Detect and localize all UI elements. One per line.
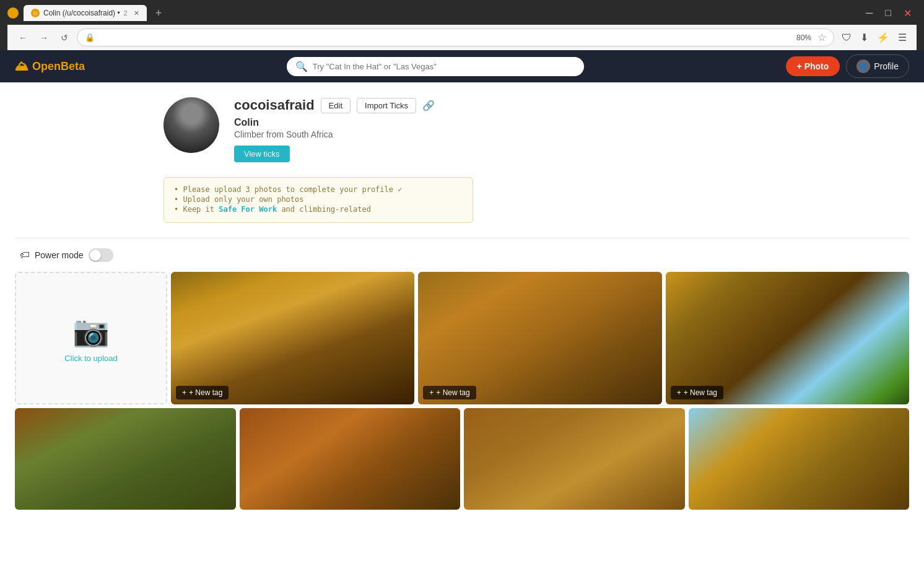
profile-bio: Climber from South Africa	[234, 129, 909, 139]
search-input[interactable]	[313, 62, 575, 71]
browser-icon	[7, 7, 19, 19]
photo-card-6[interactable]	[464, 408, 685, 510]
profile-username-row: cocoisafraid Edit Import Ticks 🔗	[234, 97, 909, 113]
plus-icon-2: +	[429, 388, 434, 397]
photo-image-5	[240, 408, 461, 510]
photo-image-2	[418, 272, 661, 404]
https-lock-icon: 🔒	[85, 33, 95, 42]
new-tag-button-1[interactable]: + + New tag	[176, 386, 229, 399]
search-icon: 🔍	[295, 61, 308, 72]
nav-right-icons: 🛡 ⬇ ⚡ ☰	[839, 29, 909, 46]
browser-chrome: O Colin (/u/cocoisafraid) • 2 ✕ + ─ □ ✕ …	[0, 0, 924, 50]
profile-username: cocoisafraid	[234, 97, 315, 113]
plus-icon-1: +	[182, 388, 186, 397]
info-line-1: • Please upload 3 photos to complete you…	[174, 185, 463, 194]
photo-upload-slot[interactable]: 📷 Click to upload	[15, 272, 167, 404]
profile-completion-info-box: • Please upload 3 photos to complete you…	[163, 177, 473, 223]
power-mode-row: 🏷 Power mode	[15, 248, 909, 262]
tag-icon: 🏷	[20, 250, 30, 261]
minimize-button[interactable]: ─	[861, 6, 878, 20]
logo-icon: ⛰	[15, 58, 28, 74]
forward-button[interactable]: →	[36, 30, 52, 45]
header-right-buttons: + Photo 👤 Profile	[786, 54, 909, 78]
avatar	[163, 97, 219, 153]
photo-card-3[interactable]: + + New tag	[666, 272, 909, 404]
new-tab-button[interactable]: +	[152, 7, 166, 20]
photo-card-4[interactable]	[15, 408, 236, 510]
page-content: cocoisafraid Edit Import Ticks 🔗 Colin C…	[0, 82, 924, 584]
profile-section: cocoisafraid Edit Import Ticks 🔗 Colin C…	[15, 97, 909, 162]
photo-image-6	[464, 408, 685, 510]
new-tag-button-3[interactable]: + + New tag	[671, 386, 723, 399]
photo-image-3	[666, 272, 909, 404]
import-ticks-button[interactable]: Import Ticks	[357, 98, 416, 113]
extensions-icon[interactable]: ⚡	[874, 29, 892, 46]
power-mode-toggle[interactable]	[89, 248, 113, 262]
browser-titlebar: O Colin (/u/cocoisafraid) • 2 ✕ + ─ □ ✕	[7, 5, 917, 21]
download-icon[interactable]: ⬇	[858, 29, 871, 46]
profile-avatar-icon: 👤	[856, 59, 870, 73]
profile-button[interactable]: 👤 Profile	[846, 54, 909, 78]
close-window-button[interactable]: ✕	[899, 6, 917, 20]
tab-close-button[interactable]: ✕	[134, 9, 139, 17]
tab-title: Colin (/u/cocoisafraid) •	[43, 9, 120, 17]
browser-tab[interactable]: O Colin (/u/cocoisafraid) • 2 ✕	[24, 5, 147, 21]
app-header: ⛰ OpenBeta 🔍 + Photo 👤 Profile	[0, 50, 924, 82]
new-tag-button-2[interactable]: + + New tag	[423, 386, 476, 399]
upload-text: Click to upload	[64, 354, 117, 363]
back-button[interactable]: ←	[15, 30, 31, 45]
power-mode-label: Power mode	[35, 250, 84, 260]
photo-card-5[interactable]	[240, 408, 461, 510]
maximize-button[interactable]: □	[880, 6, 896, 20]
tag-label-3: + New tag	[684, 388, 717, 397]
bookmark-icon[interactable]: ☆	[817, 32, 826, 43]
info-line-3: • Keep it Safe For Work and climbing-rel…	[174, 205, 463, 214]
window-controls: ─ □ ✕	[861, 6, 917, 20]
info-line-3-suffix: and climbing-related	[277, 205, 371, 214]
view-ticks-button[interactable]: View ticks	[234, 146, 290, 162]
info-line-3-prefix: • Keep it	[174, 205, 219, 214]
photo-card-1[interactable]: + + New tag	[171, 272, 414, 404]
photo-image-4	[15, 408, 236, 510]
browser-nav-bar: ← → ↺ 🔒 https://openbeta.io/u/cocoisafra…	[7, 25, 917, 50]
search-bar[interactable]: 🔍	[287, 57, 584, 76]
link-icon[interactable]: 🔗	[422, 100, 435, 111]
section-divider	[15, 238, 909, 238]
tag-label-2: + New tag	[436, 388, 469, 397]
tab-favicon: O	[31, 9, 40, 17]
photo-card-7[interactable]	[689, 408, 910, 510]
url-input[interactable]: https://openbeta.io/u/cocoisafraid	[98, 33, 790, 42]
logo[interactable]: ⛰ OpenBeta	[15, 58, 85, 74]
logo-text: OpenBeta	[32, 60, 85, 73]
address-bar[interactable]: 🔒 https://openbeta.io/u/cocoisafraid 80%…	[77, 28, 834, 46]
tab-count: 2	[124, 9, 128, 17]
edit-profile-button[interactable]: Edit	[321, 98, 351, 113]
camera-icon: 📷	[72, 314, 110, 349]
info-line-2: • Upload only your own photos	[174, 195, 463, 204]
photo-grid-row2	[15, 408, 909, 510]
zoom-level: 80%	[794, 32, 814, 43]
tag-label-1: + New tag	[189, 388, 222, 397]
profile-name: Colin	[234, 117, 909, 128]
shield-icon[interactable]: 🛡	[839, 30, 854, 46]
add-photo-button[interactable]: + Photo	[786, 56, 840, 76]
hamburger-menu-icon[interactable]: ☰	[896, 29, 909, 46]
photo-card-2[interactable]: + + New tag	[418, 272, 661, 404]
profile-button-label: Profile	[874, 61, 899, 71]
plus-icon-3: +	[677, 388, 681, 397]
safe-for-work-link[interactable]: Safe For Work	[219, 205, 277, 214]
photo-image-1	[171, 272, 414, 404]
photo-image-7	[689, 408, 910, 510]
profile-info: cocoisafraid Edit Import Ticks 🔗 Colin C…	[234, 97, 909, 162]
reload-button[interactable]: ↺	[57, 30, 72, 45]
photo-grid-row1: 📷 Click to upload + + New tag + + New ta…	[15, 272, 909, 404]
